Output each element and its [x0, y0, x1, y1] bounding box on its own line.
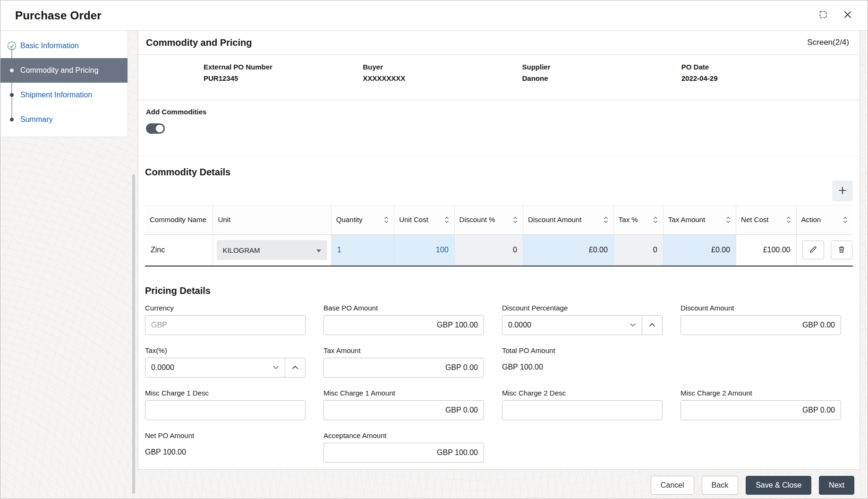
table-header-row: Commodity Name Unit Quantity Unit Cost: [145, 206, 853, 235]
column-header-quantity[interactable]: Quantity: [331, 206, 394, 235]
column-header-discount-amount[interactable]: Discount Amount: [523, 206, 613, 235]
close-button[interactable]: [842, 9, 853, 22]
chevron-up-icon[interactable]: [285, 358, 305, 377]
discount-amount-field: Discount Amount: [681, 304, 841, 335]
add-commodities-section: Add Commodities: [138, 100, 859, 156]
chevron-up-icon[interactable]: [642, 316, 662, 335]
sort-icon[interactable]: [653, 215, 658, 224]
cell-tax-amount[interactable]: £0.00: [663, 235, 736, 266]
field-label: Discount Amount: [681, 304, 841, 312]
po-summary-bar: External PO Number PUR12345 Buyer XXXXXX…: [138, 55, 859, 100]
column-header-tax-amount[interactable]: Tax Amount: [663, 206, 736, 235]
currency-field: Currency: [145, 304, 306, 335]
sort-icon[interactable]: [512, 215, 518, 224]
add-commodity-button[interactable]: [832, 181, 853, 201]
field-label: Supplier: [522, 63, 681, 71]
step-label: Summary: [20, 115, 52, 124]
base-po-amount-input[interactable]: [323, 315, 484, 335]
discount-percentage-combobox[interactable]: 0.0000: [502, 315, 663, 335]
chevron-down-icon[interactable]: [630, 323, 636, 327]
step-shipment-information[interactable]: Shipment Information: [0, 83, 128, 107]
step-commodity-and-pricing[interactable]: Commodity and Pricing: [0, 58, 128, 83]
cancel-button[interactable]: Cancel: [651, 476, 694, 495]
sort-icon[interactable]: [383, 215, 389, 224]
field-label: Net PO Amount: [145, 431, 306, 439]
field-label: External PO Number: [204, 63, 363, 71]
net-po-amount-value: GBP 100.00: [145, 443, 306, 456]
column-header-discount-pct[interactable]: Discount %: [454, 206, 523, 235]
vertical-scrollbar[interactable]: [132, 174, 135, 494]
field-label: Total PO Amount: [502, 346, 663, 354]
misc-charge-1-amount-input[interactable]: [323, 400, 484, 420]
commodity-details-title: Commodity Details: [145, 167, 853, 178]
check-circle-icon: [7, 41, 17, 51]
misc-charge-2-amount-field: Misc Charge 2 Amount: [681, 389, 841, 420]
currency-input[interactable]: [145, 315, 306, 335]
cell-discount-amount[interactable]: £0.00: [523, 235, 613, 266]
empty-cell: [681, 346, 841, 378]
chevron-down-icon[interactable]: [272, 365, 279, 370]
po-summary-field: Buyer XXXXXXXXX: [363, 63, 522, 100]
field-label: Misc Charge 2 Amount: [681, 389, 841, 397]
column-header-commodity-name: Commodity Name: [145, 206, 213, 235]
misc-charge-2-amount-input[interactable]: [681, 400, 841, 420]
acceptance-amount-input[interactable]: [323, 443, 484, 463]
section-header: Commodity and Pricing Screen(2/4): [138, 31, 859, 55]
step-dot-icon: [10, 69, 14, 72]
field-label: Tax(%): [145, 346, 306, 354]
tax-pct-combobox[interactable]: 0.0000: [145, 358, 306, 378]
step-label: Basic Information: [20, 42, 79, 50]
save-close-button[interactable]: Save & Close: [746, 476, 811, 495]
net-po-amount-field: Net PO Amount GBP 100.00: [145, 431, 306, 463]
field-value: PUR12345: [204, 74, 363, 82]
delete-row-button[interactable]: [831, 241, 852, 259]
maximize-icon: [818, 10, 828, 21]
total-po-amount-field: Total PO Amount GBP 100.00: [502, 346, 663, 378]
sort-icon[interactable]: [444, 215, 450, 224]
unit-select[interactable]: KILOGRAM: [217, 240, 327, 260]
field-label: Currency: [145, 304, 306, 312]
commodity-row: Zinc KILOGRAM 1: [145, 235, 853, 266]
step-label: Shipment Information: [20, 91, 92, 99]
cell-tax-pct[interactable]: 0: [613, 235, 663, 266]
misc-charge-1-amount-field: Misc Charge 1 Amount: [323, 389, 484, 420]
cell-unit-cost[interactable]: 100: [394, 235, 454, 266]
discount-percentage-field: Discount Percentage 0.0000: [502, 304, 663, 335]
field-label: PO Date: [681, 63, 841, 71]
screen-indicator: Screen(2/4): [807, 38, 849, 47]
field-label: Base PO Amount: [323, 304, 484, 312]
misc-charge-1-desc-input[interactable]: [145, 400, 306, 420]
footer-actions: Cancel Back Save & Close Next: [651, 476, 854, 495]
discount-amount-input[interactable]: [681, 315, 841, 335]
field-label: Misc Charge 1 Desc: [145, 389, 306, 397]
sort-icon[interactable]: [725, 215, 731, 224]
cell-discount-pct[interactable]: 0: [454, 235, 523, 266]
cell-quantity[interactable]: 1: [331, 235, 394, 266]
sort-icon[interactable]: [786, 215, 791, 224]
back-button[interactable]: Back: [702, 476, 739, 495]
tax-amount-input[interactable]: [323, 358, 484, 378]
misc-charge-2-desc-field: Misc Charge 2 Desc: [502, 389, 663, 420]
column-header-unit-cost[interactable]: Unit Cost: [394, 206, 454, 235]
sort-icon[interactable]: [603, 215, 609, 224]
misc-charge-2-desc-input[interactable]: [502, 400, 663, 420]
field-label: Tax Amount: [323, 346, 484, 354]
section-title: Commodity and Pricing: [146, 37, 252, 48]
acceptance-amount-field: Acceptance Amount: [323, 431, 484, 463]
cell-net-cost: £100.00: [736, 235, 796, 266]
column-header-tax-pct[interactable]: Tax %: [613, 206, 663, 235]
cell-action: [796, 235, 853, 266]
step-summary[interactable]: Summary: [0, 107, 128, 132]
sort-icon[interactable]: [842, 215, 848, 224]
edit-row-button[interactable]: [802, 241, 824, 259]
step-basic-information[interactable]: Basic Information: [0, 34, 128, 58]
maximize-button[interactable]: [817, 9, 829, 22]
next-button[interactable]: Next: [819, 476, 854, 495]
base-po-amount-field: Base PO Amount: [323, 304, 484, 335]
add-commodities-toggle[interactable]: [146, 123, 165, 134]
column-header-action[interactable]: Action: [796, 206, 853, 235]
column-header-net-cost[interactable]: Net Cost: [736, 206, 796, 235]
field-value: Danone: [522, 74, 681, 82]
commodity-details-section: Commodity Details Commodity: [138, 167, 859, 267]
tax-amount-field: Tax Amount: [323, 346, 484, 378]
